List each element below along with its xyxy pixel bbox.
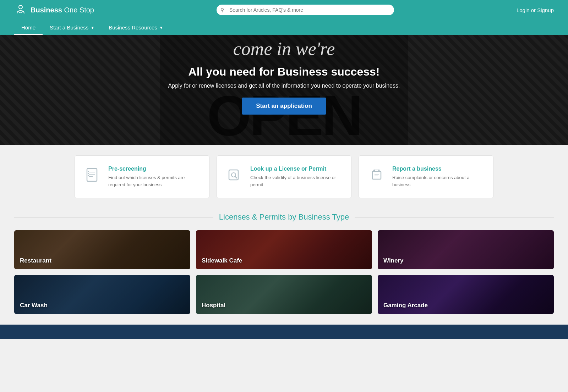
biz-card-restaurant[interactable]: Restaurant [14,230,190,269]
report-card-body: Report a business Raise complaints or co… [392,166,485,188]
biz-card-label: Sidewalk Cafe [202,257,242,264]
logo[interactable]: Business One Stop [14,4,94,16]
title-line-right [355,217,554,217]
biz-card-label: Hospital [202,302,225,309]
search-bar: ⚲ [217,5,394,15]
lookup-icon [225,166,244,184]
licenses-section-title: Licenses & Permits by Business Type [219,212,349,222]
licenses-section: Licenses & Permits by Business Type Rest… [0,209,568,325]
feature-cards-section: Pre-screening Find out which licenses & … [0,145,568,209]
prescreening-card[interactable]: Pre-screening Find out which licenses & … [75,155,209,198]
nav-item-start-business[interactable]: Start a Business ▼ [43,20,102,35]
biz-card-sidewalk-cafe[interactable]: Sidewalk Cafe [196,230,372,269]
lookup-card-desc: Check the validity of a business license… [250,174,343,188]
report-icon [367,166,386,184]
login-signup-link[interactable]: Login or Signup [517,7,554,13]
prescreening-icon [83,166,102,184]
biz-card-label: Gaming Arcade [383,302,428,309]
hero-content: All you need for Business success! Apply… [0,35,568,145]
svg-rect-7 [88,175,89,176]
prescreening-card-desc: Find out which licenses & permits are re… [108,174,201,188]
logo-icon [14,4,27,16]
hero-section: come in we're OPEN All you need for Busi… [0,35,568,145]
biz-card-car-wash[interactable]: Car Wash [14,275,190,314]
prescreening-card-body: Pre-screening Find out which licenses & … [108,166,201,188]
business-type-grid: Restaurant Sidewalk Cafe Winery Car Wash… [14,230,554,314]
biz-card-label: Restaurant [20,257,51,264]
biz-card-hospital[interactable]: Hospital [196,275,372,314]
hero-title: All you need for Business success! [189,65,380,78]
svg-rect-5 [88,171,89,172]
search-input[interactable] [217,5,394,15]
report-card-desc: Raise complaints or concerns about a bus… [392,174,485,188]
prescreening-card-title: Pre-screening [108,166,201,172]
header: Business One Stop ⚲ Login or Signup [0,0,568,20]
chevron-down-icon: ▼ [91,26,94,30]
nav-item-business-resources[interactable]: Business Resources ▼ [102,20,170,35]
footer [0,325,568,339]
start-application-button[interactable]: Start an application [242,98,326,115]
report-card[interactable]: Report a business Raise complaints or co… [359,155,493,198]
lookup-card-body: Look up a License or Permit Check the va… [250,166,343,188]
section-title-wrap: Licenses & Permits by Business Type [14,212,554,222]
biz-card-overlay [378,230,554,269]
logo-text: Business One Stop [31,6,94,14]
biz-card-label: Winery [383,257,404,264]
svg-rect-6 [88,173,89,174]
biz-card-gaming-arcade[interactable]: Gaming Arcade [378,275,554,314]
nav-item-home[interactable]: Home [14,20,43,35]
svg-rect-11 [372,171,381,179]
title-line-left [14,217,213,217]
lookup-card-title: Look up a License or Permit [250,166,343,172]
lookup-card[interactable]: Look up a License or Permit Check the va… [217,155,351,198]
svg-rect-1 [87,169,97,181]
hero-subtitle: Apply for or renew licenses and get all … [168,83,400,89]
svg-point-0 [19,5,22,9]
main-nav: Home Start a Business ▼ Business Resourc… [0,20,568,35]
chevron-down-icon: ▼ [159,26,163,30]
biz-card-label: Car Wash [20,302,48,309]
search-icon: ⚲ [220,7,224,13]
svg-line-10 [235,177,237,178]
biz-card-winery[interactable]: Winery [378,230,554,269]
report-card-title: Report a business [392,166,485,172]
